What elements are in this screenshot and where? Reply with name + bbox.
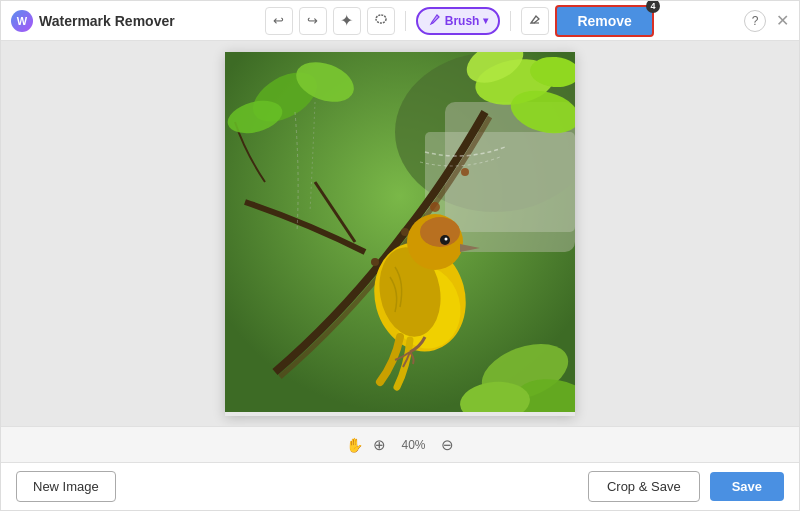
lasso-button[interactable]: [367, 7, 395, 35]
eraser-button[interactable]: [521, 7, 549, 35]
undo-button[interactable]: ↩: [265, 7, 293, 35]
title-right: ? ✕: [744, 10, 789, 32]
brush-label: Brush: [445, 14, 480, 28]
logo-letter: W: [17, 15, 27, 27]
selection-button[interactable]: ✦: [333, 7, 361, 35]
svg-point-26: [445, 237, 448, 240]
zoom-in-icon[interactable]: ⊕: [373, 436, 386, 454]
remove-button-container: 4 Remove: [555, 5, 653, 37]
remove-button[interactable]: Remove: [555, 5, 653, 37]
tool-separator-2: [510, 11, 511, 31]
svg-point-8: [430, 202, 440, 212]
tool-separator-1: [405, 11, 406, 31]
brush-chevron: ▾: [483, 15, 488, 26]
hand-tool-icon[interactable]: ✋: [346, 437, 363, 453]
new-image-button[interactable]: New Image: [16, 471, 116, 502]
canvas-area: [1, 41, 799, 426]
svg-point-24: [420, 217, 460, 247]
crop-save-button[interactable]: Crop & Save: [588, 471, 700, 502]
lasso-icon: [374, 12, 388, 29]
app-title: Watermark Remover: [39, 13, 175, 29]
svg-point-6: [371, 258, 379, 266]
help-button[interactable]: ?: [744, 10, 766, 32]
undo-icon: ↩: [273, 13, 284, 28]
toolbar: ↩ ↪ ✦ Brush ▾: [175, 5, 744, 37]
app-logo: W: [11, 10, 33, 32]
selection-icon: ✦: [340, 11, 353, 30]
eraser-icon: [528, 12, 542, 29]
close-button[interactable]: ✕: [776, 11, 789, 30]
zoom-out-icon[interactable]: ⊖: [441, 436, 454, 454]
main-image: [225, 52, 575, 412]
svg-point-9: [461, 168, 469, 176]
brush-button[interactable]: Brush ▾: [416, 7, 501, 35]
remove-badge: 4: [646, 0, 660, 13]
bottom-bar: New Image Crop & Save Save: [1, 462, 799, 510]
svg-point-0: [376, 15, 386, 23]
redo-button[interactable]: ↪: [299, 7, 327, 35]
title-bar: W Watermark Remover ↩ ↪ ✦: [1, 1, 799, 41]
bottom-right-actions: Crop & Save Save: [588, 471, 784, 502]
zoom-bar: ✋ ⊕ 40% ⊖: [1, 426, 799, 462]
image-container: [225, 52, 575, 416]
redo-icon: ↪: [307, 13, 318, 28]
svg-point-7: [401, 228, 409, 236]
zoom-level: 40%: [396, 438, 431, 452]
title-left: W Watermark Remover: [11, 10, 175, 32]
save-button[interactable]: Save: [710, 472, 784, 501]
brush-icon: [428, 13, 441, 29]
